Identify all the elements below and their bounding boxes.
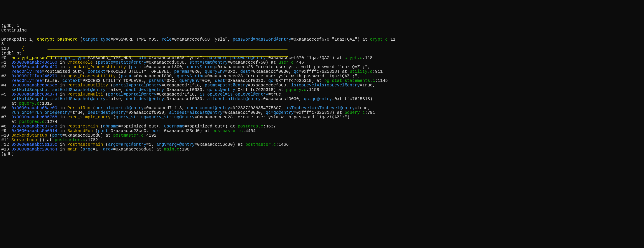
frame-num: #11 — [1, 138, 12, 142]
cursor[interactable] — [17, 152, 18, 156]
bp-file: crypt.c — [370, 37, 388, 42]
frame-num: #2 — [1, 65, 12, 69]
param: context — [62, 78, 80, 83]
param: dest=dest@entry — [126, 87, 164, 92]
file: user.c — [278, 60, 294, 65]
file: postmaster.c — [212, 129, 243, 133]
param: target_type — [57, 56, 85, 60]
param: qc — [294, 69, 299, 74]
gdb-prompt: (gdb) — [1, 23, 14, 28]
param: qc=qc@entry — [266, 110, 294, 115]
param: altdest=altdest@entry — [169, 110, 222, 115]
param: altdest=altdest@entry — [207, 97, 261, 101]
file: crypt.c — [344, 56, 362, 60]
stack-function: CreateRole — [67, 60, 93, 65]
param: queryEnv — [205, 69, 225, 74]
frame-num: #7 — [1, 115, 12, 120]
param: params — [149, 78, 164, 83]
file: postmaster.c — [245, 142, 276, 147]
breakpoint-label: Breakpoint 1, — [1, 37, 34, 42]
address: 0x0000ffffab246270 — [12, 74, 57, 79]
param: queryString — [187, 65, 215, 69]
stack-function: PortalRunUtility — [67, 83, 108, 88]
file: utility.c — [350, 69, 372, 74]
file: postgres.c — [238, 124, 263, 129]
stack-function: PostmasterMain — [67, 142, 103, 147]
param: argc=argc@entry — [108, 142, 146, 147]
cmd-bt: bt — [16, 51, 22, 56]
gdb-prompt: (gdb) — [1, 51, 14, 56]
param: argv — [103, 147, 113, 152]
param: pstate=pstate@entry — [98, 60, 146, 65]
frame-num: #3 — [1, 74, 12, 79]
stack-function: standard_ProcessUtility — [67, 65, 126, 69]
address: 0x0000aaaabc68a874 — [12, 92, 57, 97]
address: 0x0000aaaabc686768 — [12, 115, 57, 120]
file: postmaster.c — [55, 138, 85, 142]
param: argv=argv@entry — [156, 142, 195, 147]
address: 0x0000aaaabc5e0514 — [12, 129, 57, 133]
frame-num: #13 — [1, 147, 12, 152]
bp-param: role — [162, 37, 172, 42]
param: qc=qc@entry — [304, 97, 332, 101]
file: postgres.c — [19, 119, 44, 124]
gdb-terminal[interactable]: (gdb) c Continuing. Breakpoint 1, encryp… — [1, 19, 643, 170]
param: setHoldSnapshot=setHoldSnapshot@entry — [12, 87, 106, 92]
param: pstmt — [121, 74, 134, 79]
param: readOnlyTree — [12, 78, 42, 83]
bp-function: encrypt_password — [37, 37, 78, 42]
bp-param: password=password@entry — [233, 37, 291, 42]
file: pquery.c — [19, 101, 40, 106]
param: query_string=query_string@entry — [116, 115, 195, 120]
stack-function: exec_simple_query — [67, 115, 110, 120]
param: username — [164, 124, 184, 129]
continuing-line: Continuing. — [1, 28, 29, 33]
param: context — [88, 69, 106, 74]
address: 0x0000aaaabc68ae00 — [12, 106, 57, 111]
frame-num: #1 — [1, 60, 12, 65]
stack-function: main — [67, 147, 78, 152]
param: port — [151, 129, 162, 133]
file: pquery.c — [344, 110, 365, 115]
frame-num: #9 — [1, 129, 12, 133]
param: role — [136, 56, 146, 60]
src-brace: { — [22, 46, 24, 51]
frame-num: #0 — [1, 56, 12, 60]
param: argc — [82, 147, 93, 152]
stack-function: pgss_ProcessUtility — [67, 74, 116, 79]
param: count=count@entry — [187, 106, 230, 111]
frame-num: #10 — [1, 133, 12, 138]
param: isTopLevel=isTopLevel@entry — [200, 92, 268, 97]
param: qc=qc@entry — [207, 87, 235, 92]
param: portal=portal@entry — [108, 92, 156, 97]
param: portal=portal@entry — [96, 106, 144, 111]
param: password=password@entry — [207, 56, 266, 60]
address: 0x0000aaaabc68c420 — [12, 65, 57, 69]
address: 0x0000aaaabc298464 — [12, 147, 57, 152]
param: queryEnv — [179, 78, 200, 83]
param: readOnlyTree — [12, 69, 42, 74]
file: pg_stat_statements.c — [324, 78, 375, 83]
param: pstmt=pstmt@entry — [205, 83, 248, 88]
address: 0x0000aaaabc687648 — [12, 124, 57, 129]
stack-function: PortalRunMulti — [67, 92, 103, 97]
param: pstmt — [131, 65, 144, 69]
param: isTopLevel=isTopLevel@entry — [291, 83, 360, 88]
address: 0x0000aaaabc5e165c — [12, 142, 57, 147]
param: isTopLevel=isTopLevel@entry — [286, 106, 355, 111]
cmd-continue: c — [16, 23, 19, 28]
param: dbname — [103, 124, 118, 129]
file: postmaster.c — [113, 133, 144, 138]
stack-function: BackendStartup — [12, 133, 47, 138]
stack-function: PortalRun — [67, 106, 90, 111]
frame-num: #6 — [1, 106, 12, 111]
param: dest — [215, 78, 225, 83]
frame-num: #8 — [1, 124, 12, 129]
param: portal=portal@entry — [113, 83, 162, 88]
address: 0x0000aaaabc48d160 — [12, 60, 57, 65]
param: dest=dest@entry — [126, 97, 164, 101]
gdb-prompt: (gdb) — [1, 152, 14, 156]
param: stmt=stmt@entry — [190, 60, 228, 65]
frame-num: #4 — [1, 83, 12, 88]
stack-function: ServerLoop — [12, 138, 37, 142]
